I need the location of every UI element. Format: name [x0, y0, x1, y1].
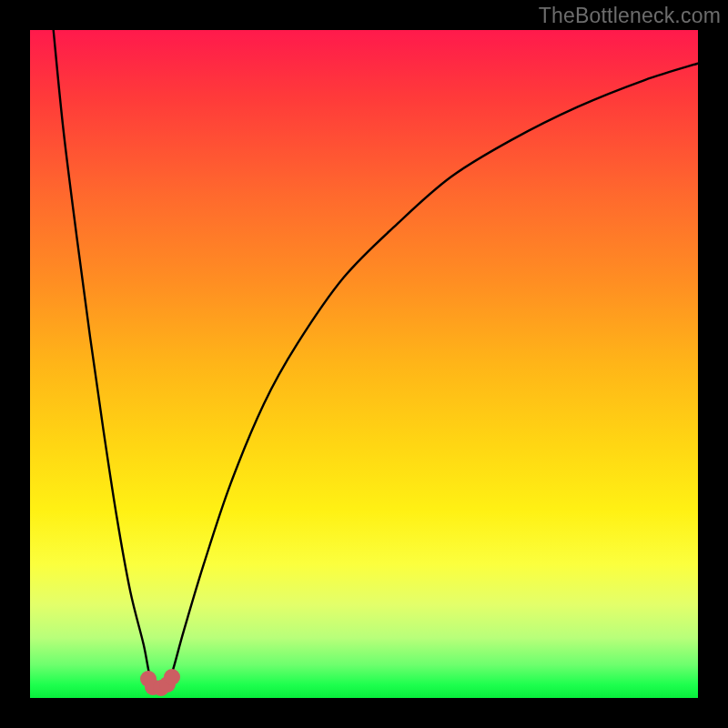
curve-min-marker: [164, 669, 180, 685]
curve-path: [54, 30, 698, 689]
chart-frame: TheBottleneck.com: [0, 0, 728, 728]
plot-area: [30, 30, 698, 698]
bottleneck-curve: [30, 30, 698, 698]
watermark-text: TheBottleneck.com: [539, 4, 721, 28]
